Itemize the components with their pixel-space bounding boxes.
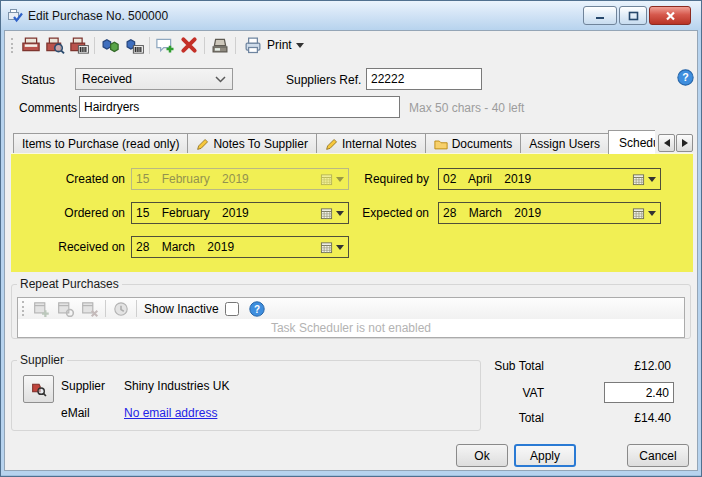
- tab-strip: Items to Purchase (read only) Notes To S…: [13, 131, 693, 154]
- received-on-datepicker[interactable]: 28 March 2019: [131, 236, 349, 258]
- find-purchase-button[interactable]: [43, 33, 67, 57]
- required-by-datepicker[interactable]: 02 April 2019: [438, 168, 661, 190]
- toolbar-separator: [235, 37, 236, 54]
- edit-repeat-button[interactable]: [54, 299, 78, 318]
- till-button[interactable]: [208, 33, 232, 57]
- add-comment-icon: [155, 35, 175, 55]
- main-toolbar: Print: [5, 31, 697, 59]
- status-select[interactable]: Received: [75, 68, 233, 90]
- run-scheduler-button[interactable]: [109, 299, 133, 318]
- svg-text:?: ?: [254, 303, 260, 314]
- supplier-value: Shiny Industries UK: [124, 379, 229, 393]
- products-barcode-icon: [124, 35, 144, 55]
- calendar-delete-icon: [81, 300, 99, 318]
- comments-hint: Max 50 chars - 40 left: [409, 101, 524, 115]
- maximize-button[interactable]: [619, 6, 647, 25]
- tab-label: Items to Purchase (read only): [22, 137, 179, 151]
- calendar-icon[interactable]: [626, 173, 660, 186]
- calendar-edit-icon: [57, 300, 75, 318]
- add-repeat-button[interactable]: [30, 299, 54, 318]
- titlebar[interactable]: Edit Purchase No. 500000: [1, 1, 701, 30]
- suppliers-ref-label: Suppliers Ref.: [286, 73, 361, 87]
- toolbar-separator: [149, 37, 150, 54]
- show-inactive-checkbox[interactable]: [225, 302, 239, 316]
- purchase-window-icon: [7, 8, 23, 24]
- register-barcode-icon: [69, 35, 89, 55]
- expected-on-label: Expected on: [317, 206, 429, 220]
- tab-notes-to-supplier[interactable]: Notes To Supplier: [187, 133, 317, 154]
- product-barcode-button[interactable]: [122, 33, 146, 57]
- help-icon[interactable]: ?: [249, 301, 265, 317]
- schedule-tab-page: Created on 15 February 2019 Required by …: [11, 153, 693, 272]
- ordered-on-value: 15 February 2019: [132, 206, 314, 220]
- toolbar-separator: [105, 300, 106, 317]
- goods-in-button[interactable]: [19, 33, 43, 57]
- apply-button[interactable]: Apply: [514, 444, 576, 467]
- close-button[interactable]: [649, 6, 691, 25]
- tab-scroll-left-button[interactable]: [658, 134, 675, 152]
- sub-total-value: £12.00: [571, 359, 671, 373]
- tab-label: Notes To Supplier: [213, 137, 308, 151]
- tab-internal-notes[interactable]: Internal Notes: [316, 133, 426, 154]
- svg-text:?: ?: [682, 71, 688, 83]
- comments-input[interactable]: [79, 96, 400, 118]
- pencil-icon: [196, 138, 209, 151]
- minimize-button[interactable]: [583, 6, 617, 25]
- chevron-down-icon: [215, 76, 226, 83]
- delete-repeat-button[interactable]: [78, 299, 102, 318]
- register-search-icon: [45, 35, 65, 55]
- vat-label: VAT: [444, 386, 544, 400]
- repeat-purchases-toolbar: Show Inactive ?: [18, 298, 684, 319]
- till-icon: [210, 35, 230, 55]
- pencil-icon: [325, 138, 338, 151]
- supplier-search-icon: [30, 380, 47, 398]
- ok-button[interactable]: Ok: [456, 444, 508, 467]
- tab-label: Schedule: [619, 136, 655, 150]
- products-icon: [100, 35, 120, 55]
- products-button[interactable]: [98, 33, 122, 57]
- tab-documents[interactable]: Documents: [425, 133, 522, 154]
- tab-assign-users[interactable]: Assign Users: [520, 133, 609, 154]
- toolbar-grip[interactable]: [22, 301, 25, 316]
- calendar-icon[interactable]: [626, 207, 660, 220]
- dialog-client-area: Print Status Received Suppliers Ref. ? C…: [4, 30, 698, 471]
- vat-input[interactable]: [604, 382, 674, 403]
- toolbar-separator: [94, 37, 95, 54]
- calendar-add-icon: [33, 300, 51, 318]
- calendar-icon[interactable]: [314, 241, 348, 254]
- ordered-on-label: Ordered on: [13, 206, 125, 220]
- supplier-lookup-button[interactable]: [23, 375, 54, 403]
- tab-scroll-right-button[interactable]: [676, 134, 693, 152]
- tab-items-to-purchase[interactable]: Items to Purchase (read only): [13, 133, 188, 154]
- arrow-left-icon: [664, 139, 670, 147]
- sub-total-label: Sub Total: [444, 359, 544, 373]
- print-button[interactable]: Print: [239, 33, 310, 57]
- status-value: Received: [82, 72, 132, 86]
- tab-scroll-buttons: [658, 134, 693, 152]
- register-icon: [21, 35, 41, 55]
- created-on-value: 15 February 2019: [132, 172, 314, 186]
- tab-label: Internal Notes: [342, 137, 417, 151]
- supplier-label: Supplier: [61, 379, 105, 393]
- purchase-barcode-button[interactable]: [67, 33, 91, 57]
- edit-purchase-window: Edit Purchase No. 500000: [0, 0, 702, 477]
- email-link[interactable]: No email address: [124, 406, 217, 420]
- add-comment-button[interactable]: [153, 33, 177, 57]
- total-value: £14.40: [571, 411, 671, 425]
- comments-label: Comments: [19, 101, 77, 115]
- expected-on-datepicker[interactable]: 28 March 2019: [438, 202, 661, 224]
- received-on-label: Received on: [13, 240, 125, 254]
- window-controls: [583, 6, 691, 25]
- cancel-button[interactable]: Cancel: [627, 444, 689, 467]
- tab-schedule[interactable]: Schedule: [608, 130, 655, 154]
- tab-label: Documents: [452, 137, 513, 151]
- help-icon[interactable]: ?: [677, 69, 694, 86]
- toolbar-grip[interactable]: [11, 38, 14, 53]
- scheduler-status-text: Task Scheduler is not enabled: [18, 321, 684, 335]
- folder-icon: [434, 138, 448, 151]
- chevron-down-icon: [296, 43, 304, 48]
- email-label: eMail: [61, 406, 90, 420]
- chevron-down-icon: [648, 177, 656, 182]
- delete-button[interactable]: [177, 33, 201, 57]
- suppliers-ref-input[interactable]: [366, 68, 482, 90]
